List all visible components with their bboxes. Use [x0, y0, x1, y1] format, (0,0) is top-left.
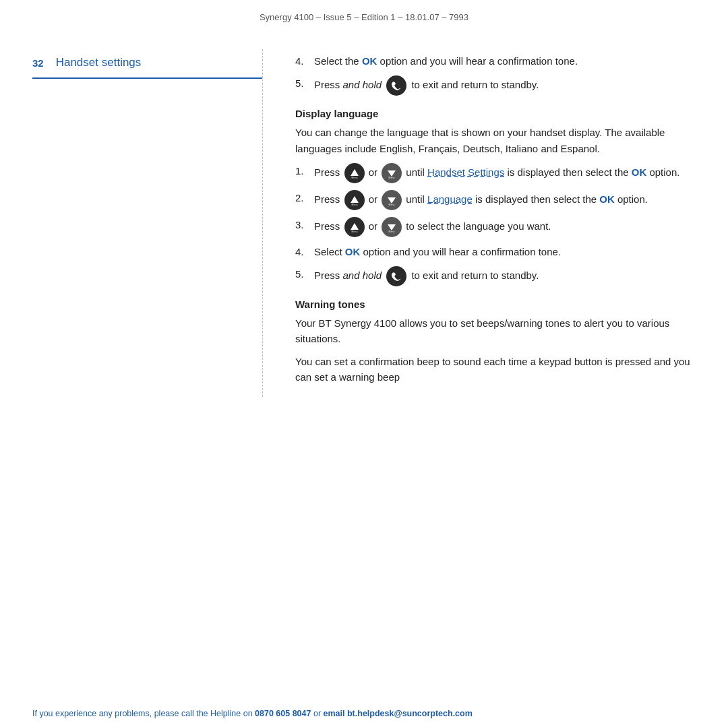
intro-step-list: 4. Select the OK option and you will hea… [295, 53, 696, 96]
up-arrow-svg: Menu [348, 167, 361, 179]
down-arrow-svg: Menu [386, 167, 398, 179]
menu-down-icon-3: Menu [382, 217, 402, 237]
dl-step-num-2: 2. [295, 190, 314, 206]
svg-marker-0 [351, 169, 359, 176]
page-number: 32 [32, 57, 44, 69]
menu-down-icon-2: Menu [382, 190, 402, 210]
display-language-steps: 1. Press Menu or [295, 163, 696, 286]
svg-marker-10 [388, 224, 396, 230]
dl-step-num-5: 5. [295, 266, 314, 282]
ok-label: OK [362, 55, 377, 67]
dl-step-num-3: 3. [295, 217, 314, 232]
dl-step-1: 1. Press Menu or [295, 163, 696, 183]
footer-or: or [311, 709, 323, 718]
footer: If you experience any problems, please c… [0, 702, 728, 725]
section-title: Handset settings [56, 56, 142, 69]
ok-label-2: OK [599, 193, 615, 205]
svg-marker-8 [351, 223, 359, 230]
display-language-section: Display language You can change the lang… [295, 108, 696, 286]
language-link: Language [427, 193, 473, 205]
ok-label-3: OK [345, 246, 361, 257]
or-text-2: or [369, 193, 377, 205]
page-layout: 32 Handset settings 4. Select the OK opt… [0, 49, 728, 397]
step-text-5: Press and hold to exit and return to sta… [314, 75, 696, 96]
svg-text:Menu: Menu [351, 230, 357, 233]
dl-step-text-5: Press and hold to exit and return to sta… [314, 266, 696, 286]
dl-step-num-1: 1. [295, 163, 314, 179]
down-arrow-svg-2: Menu [386, 194, 398, 206]
warning-tones-title: Warning tones [295, 298, 696, 310]
svg-text:Menu: Menu [389, 230, 395, 233]
phone-end-icon-2 [386, 266, 406, 286]
svg-text:Menu: Menu [351, 203, 357, 206]
sidebar: 32 Handset settings [0, 49, 263, 397]
svg-text:Menu: Menu [351, 177, 357, 179]
footer-text: If you experience any problems, please c… [32, 709, 255, 718]
warning-tones-body2: You can set a confirmation beep to sound… [295, 354, 696, 385]
dl-step-2: 2. Press Menu or [295, 190, 696, 210]
or-text-1: or [369, 166, 377, 178]
dl-step-text-3: Press Menu or Menu [314, 217, 696, 237]
down-arrow-svg-3: Menu [386, 221, 398, 233]
main-content: 4. Select the OK option and you will hea… [263, 49, 728, 397]
header-text: Synergy 4100 – Issue 5 – Edition 1 – 18.… [260, 12, 468, 22]
dl-step-num-4: 4. [295, 244, 314, 259]
up-arrow-svg-2: Menu [348, 194, 361, 206]
step-text-4: Select the OK option and you will hear a… [314, 53, 696, 69]
dl-step-3: 3. Press Menu or [295, 217, 696, 237]
svg-marker-2 [388, 170, 396, 177]
menu-up-icon-1: Menu [344, 163, 365, 183]
svg-marker-4 [351, 196, 359, 203]
or-text-3: or [369, 220, 377, 232]
phone-svg [390, 80, 402, 92]
warning-tones-section: Warning tones Your BT Synergy 4100 allow… [295, 298, 696, 385]
svg-text:Menu: Menu [389, 203, 395, 206]
ok-label-1: OK [632, 166, 647, 178]
dl-step-text-1: Press Menu or Menu [314, 163, 696, 183]
page-header: Synergy 4100 – Issue 5 – Edition 1 – 18.… [0, 0, 728, 29]
step-num-5: 5. [295, 75, 314, 91]
step-item: 5. Press and hold to exit and return to … [295, 75, 696, 96]
sidebar-rule [32, 77, 262, 79]
step-item: 4. Select the OK option and you will hea… [295, 53, 696, 69]
menu-down-icon-1: Menu [382, 163, 402, 183]
dl-step-5: 5. Press and hold to exit and return to … [295, 266, 696, 286]
dl-step-4: 4. Select OK option and you will hear a … [295, 244, 696, 259]
handset-settings-link: Handset Settings [427, 166, 504, 178]
footer-email: email bt.helpdesk@suncorptech.com [324, 709, 473, 718]
svg-text:Menu: Menu [389, 177, 395, 179]
intro-steps: 4. Select the OK option and you will hea… [295, 53, 696, 96]
display-language-title: Display language [295, 108, 696, 119]
phone-end-icon [386, 75, 406, 96]
dl-step-text-2: Press Menu or Menu [314, 190, 696, 210]
sidebar-header: 32 Handset settings [32, 56, 262, 75]
warning-tones-body1: Your BT Synergy 4100 allows you to set b… [295, 315, 696, 347]
and-hold-text: and hold [343, 79, 382, 90]
menu-up-icon-3: Menu [344, 217, 365, 237]
svg-marker-6 [388, 197, 396, 203]
menu-up-icon-2: Menu [344, 190, 365, 210]
footer-phone: 0870 605 8047 [255, 709, 311, 718]
display-language-body: You can change the language that is show… [295, 125, 696, 156]
phone-svg-2 [390, 270, 402, 282]
up-arrow-svg-3: Menu [348, 221, 361, 233]
and-hold-text-2: and hold [343, 270, 382, 281]
step-num-4: 4. [295, 53, 314, 69]
dl-step-text-4: Select OK option and you will hear a con… [314, 244, 696, 259]
